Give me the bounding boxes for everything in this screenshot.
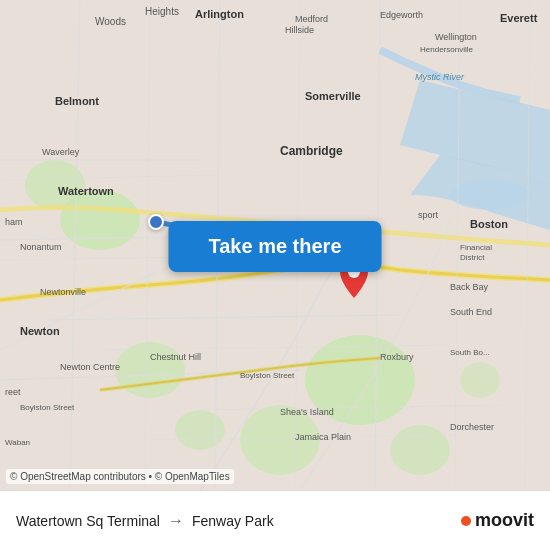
svg-text:Nonantum: Nonantum	[20, 242, 62, 252]
svg-text:Mystic River: Mystic River	[415, 72, 465, 82]
svg-text:Roxbury: Roxbury	[380, 352, 414, 362]
origin-marker	[148, 214, 164, 230]
svg-text:South End: South End	[450, 307, 492, 317]
route-info: Watertown Sq Terminal → Fenway Park	[16, 512, 461, 530]
svg-text:Arlington: Arlington	[195, 8, 244, 20]
moovit-logo: moovit	[461, 510, 534, 531]
svg-text:South Bo...: South Bo...	[450, 348, 490, 357]
svg-text:Hillside: Hillside	[285, 25, 314, 35]
svg-text:reet: reet	[5, 387, 21, 397]
svg-text:Edgeworth: Edgeworth	[380, 10, 423, 20]
svg-point-9	[460, 362, 500, 398]
bottom-bar: Watertown Sq Terminal → Fenway Park moov…	[0, 490, 550, 550]
svg-text:Chestnut Hill: Chestnut Hill	[150, 352, 201, 362]
svg-text:Woods: Woods	[95, 16, 126, 27]
svg-text:Watertown: Watertown	[58, 185, 114, 197]
svg-text:Boston: Boston	[470, 218, 508, 230]
svg-text:sport: sport	[418, 210, 439, 220]
svg-text:Medford: Medford	[295, 14, 328, 24]
moovit-logo-text: moovit	[475, 510, 534, 531]
svg-text:Shea's Island: Shea's Island	[280, 407, 334, 417]
svg-text:Belmont: Belmont	[55, 95, 99, 107]
svg-text:Boylston Street: Boylston Street	[240, 371, 295, 380]
svg-text:Everett: Everett	[500, 12, 538, 24]
svg-text:Financial: Financial	[460, 243, 492, 252]
svg-text:Heights: Heights	[145, 6, 179, 17]
svg-point-8	[175, 410, 225, 450]
svg-text:Wellington: Wellington	[435, 32, 477, 42]
svg-text:District: District	[460, 253, 485, 262]
svg-text:Somerville: Somerville	[305, 90, 361, 102]
route-from: Watertown Sq Terminal	[16, 513, 160, 529]
svg-text:ham: ham	[5, 217, 23, 227]
route-to: Fenway Park	[192, 513, 274, 529]
svg-text:Waban: Waban	[5, 438, 30, 447]
svg-text:Dorchester: Dorchester	[450, 422, 494, 432]
svg-text:Newton: Newton	[20, 325, 60, 337]
svg-point-7	[390, 425, 450, 475]
moovit-logo-dot	[461, 516, 471, 526]
take-me-there-button[interactable]: Take me there	[168, 221, 381, 272]
svg-point-6	[115, 342, 185, 398]
svg-text:Newton Centre: Newton Centre	[60, 362, 120, 372]
svg-text:Jamaica Plain: Jamaica Plain	[295, 432, 351, 442]
map-container: Woods Heights Arlington Medford Hillside…	[0, 0, 550, 490]
map-attribution: © OpenStreetMap contributors • © OpenMap…	[6, 469, 234, 484]
svg-point-1	[450, 180, 530, 210]
svg-text:Back Bay: Back Bay	[450, 282, 489, 292]
svg-text:Boylston Street: Boylston Street	[20, 403, 75, 412]
svg-text:Waverley: Waverley	[42, 147, 80, 157]
svg-text:Hendersonville: Hendersonville	[420, 45, 473, 54]
svg-text:Cambridge: Cambridge	[280, 144, 343, 158]
route-arrow: →	[168, 512, 184, 530]
svg-text:Newtonville: Newtonville	[40, 287, 86, 297]
